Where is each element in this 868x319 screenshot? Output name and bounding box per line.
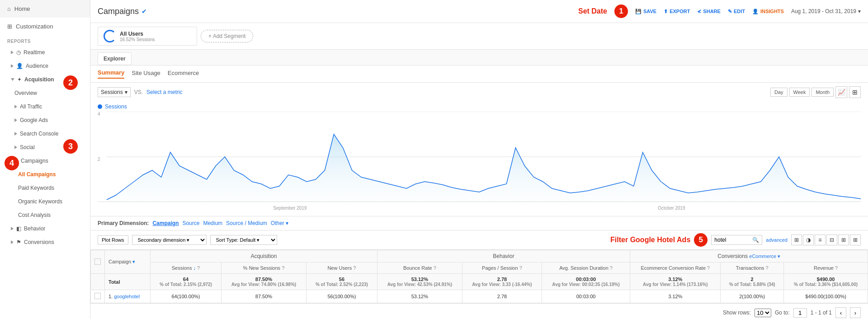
secondary-dimension-select[interactable]: Secondary dimension ▾	[132, 235, 207, 245]
total-new-sessions-sub: Avg for View: 74.80% (16.98%)	[225, 282, 303, 287]
sidebar-realtime-label: Realtime	[24, 49, 45, 56]
sidebar-all-traffic[interactable]: All Traffic	[0, 100, 90, 113]
compare-view-button[interactable]: ⊟	[826, 235, 837, 245]
segment-all-users[interactable]: All Users 16.52% Sessions	[98, 27, 197, 46]
sidebar-search-console[interactable]: Search Console	[0, 127, 90, 141]
row-checkbox[interactable]	[94, 293, 101, 299]
sidebar-audience[interactable]: 👤 Audience	[0, 59, 90, 73]
sort-type-select[interactable]: Sort Type: Default ▾	[210, 235, 277, 245]
explorer-tab[interactable]: Explorer	[98, 52, 132, 65]
new-users-info-icon: ?	[353, 265, 356, 271]
tab-ecommerce[interactable]: Ecommerce	[168, 70, 199, 78]
custom-view-button[interactable]: ⊞	[850, 235, 861, 245]
total-new-sessions-value: 87.50%	[225, 277, 303, 282]
date-range-picker[interactable]: Aug 1, 2019 - Oct 31, 2019 ▾	[791, 8, 861, 14]
select-metric-button[interactable]: Select a metric	[146, 89, 182, 95]
next-page-button[interactable]: ›	[850, 307, 861, 318]
day-view-button[interactable]: Day	[770, 88, 788, 97]
audience-expand-icon	[11, 64, 14, 68]
sidebar-realtime[interactable]: ◷ Realtime	[0, 46, 90, 59]
share-button[interactable]: ≮ SHARE	[697, 9, 721, 14]
sidebar-social-label: Social	[20, 144, 35, 150]
new-users-header[interactable]: New Users ?	[307, 263, 377, 274]
insights-label: INSIGHTS	[760, 9, 784, 14]
save-button[interactable]: 💾 SAVE	[635, 9, 656, 14]
add-segment-button[interactable]: + Add Segment	[201, 30, 253, 42]
ecommerce-select[interactable]: eCommerce ▾	[749, 253, 780, 259]
save-label: SAVE	[643, 9, 656, 14]
page-number-input[interactable]	[793, 308, 807, 318]
total-avg-value: 00:03:00	[546, 277, 627, 282]
select-all-checkbox[interactable]	[94, 258, 101, 265]
dimension-source-medium[interactable]: Source / Medium	[226, 220, 267, 226]
edit-button[interactable]: ✎ EDIT	[728, 9, 745, 14]
new-sessions-header[interactable]: % New Sessions ?	[221, 263, 307, 274]
sessions-col-label: Sessions	[172, 265, 192, 271]
grid-view-button[interactable]: ⊞	[791, 235, 802, 245]
explorer-tabs: Explorer	[90, 50, 868, 66]
avg-session-header[interactable]: Avg. Session Duration ?	[542, 263, 630, 274]
sessions-info-icon: ?	[197, 265, 200, 271]
row-checkbox-cell	[91, 290, 105, 303]
segment-name: All Users	[120, 31, 155, 37]
search-filter-input[interactable]	[714, 237, 750, 243]
week-view-button[interactable]: Week	[789, 88, 810, 97]
prev-page-button[interactable]: ‹	[835, 307, 846, 318]
sidebar-paid-keywords[interactable]: Paid Keywords	[0, 181, 90, 195]
sidebar-overview[interactable]: Overview	[0, 86, 90, 100]
sidebar-behavior[interactable]: ◧ Behavior	[0, 222, 90, 235]
search-filter[interactable]: 🔍	[711, 235, 762, 245]
new-sessions-info-icon: ?	[282, 265, 284, 271]
sessions-header[interactable]: Sessions ↓ ?	[151, 263, 221, 274]
row-pages-cell: 2.78	[462, 290, 542, 303]
insights-button[interactable]: 👤 INSIGHTS	[752, 9, 784, 14]
google-ads-icon	[14, 118, 17, 122]
tab-site-usage[interactable]: Site Usage	[132, 70, 160, 78]
pages-session-info-icon: ?	[519, 265, 522, 271]
transactions-header[interactable]: Transactions ?	[721, 263, 784, 274]
sidebar-customization[interactable]: ⊞ Customization	[0, 18, 90, 35]
line-chart-button[interactable]: 📈	[835, 86, 847, 98]
sessions-metric-select[interactable]: Sessions ▾	[98, 87, 131, 97]
revenue-header[interactable]: Revenue ?	[784, 263, 868, 274]
show-rows-select[interactable]: 10	[755, 309, 771, 317]
dimension-other[interactable]: Other ▾	[271, 220, 288, 226]
sidebar-conversions[interactable]: ⚑ Conversions	[0, 235, 90, 249]
dimension-campaign[interactable]: Campaign	[152, 220, 179, 226]
pie-chart-button[interactable]: ◑	[803, 235, 814, 245]
pages-session-header[interactable]: Pages / Session ?	[462, 263, 542, 274]
bounce-rate-header[interactable]: Bounce Rate ?	[377, 263, 462, 274]
sidebar-google-ads[interactable]: Google Ads	[0, 113, 90, 127]
chart-controls: Sessions ▾ VS. Select a metric Day Week …	[90, 83, 868, 102]
row-campaign-link[interactable]: googlehotel	[114, 294, 140, 299]
plot-rows-button[interactable]: Plot Rows	[98, 235, 128, 244]
ecomm-conv-header[interactable]: Ecommerce Conversion Rate ?	[630, 263, 721, 274]
performance-view-button[interactable]: ≡	[815, 235, 826, 245]
total-sessions-cell: 64 % of Total: 2.15% (2,972)	[151, 274, 221, 290]
pivot-view-button[interactable]: ⊞	[838, 235, 849, 245]
filter-bar: Plot Rows Secondary dimension ▾ Sort Typ…	[90, 230, 868, 250]
annotation-badge-5: 5	[694, 233, 708, 247]
reports-section-label: REPORTS	[0, 35, 90, 46]
topbar-actions: Set Date 1 💾 SAVE ⬆ EXPORT ≮ SHARE ✎ EDI…	[578, 5, 861, 18]
sidebar-home[interactable]: ⌂ Home	[0, 0, 90, 18]
sidebar-paid-keywords-label: Paid Keywords	[18, 185, 54, 191]
campaign-sort-icon[interactable]: ▾	[132, 259, 135, 264]
export-icon: ⬆	[664, 9, 668, 14]
total-bounce-cell: 53.12% Avg for View: 42.53% (24.91%)	[377, 274, 462, 290]
topbar: Campaigns ✔ Set Date 1 💾 SAVE ⬆ EXPORT ≮…	[90, 0, 868, 23]
total-revenue-sub: % of Total: 3.36% ($14,605.00)	[788, 282, 864, 287]
month-view-button[interactable]: Month	[811, 88, 834, 97]
table-row: 1. googlehotel 64(100.00%) 87.50% 56(100…	[91, 290, 868, 303]
row-new-users-cell: 56(100.00%)	[307, 290, 377, 303]
sidebar-organic-keywords[interactable]: Organic Keywords	[0, 195, 90, 208]
dimension-medium[interactable]: Medium	[203, 220, 222, 226]
tab-summary[interactable]: Summary	[98, 69, 124, 79]
advanced-filter-link[interactable]: advanced	[766, 237, 788, 243]
dimension-source[interactable]: Source	[182, 220, 199, 226]
export-button[interactable]: ⬆ EXPORT	[664, 9, 690, 14]
acquisition-group-header: Acquisition	[151, 250, 377, 263]
bar-chart-button[interactable]: ⊞	[849, 86, 861, 98]
sidebar-cost-analysis[interactable]: Cost Analysis	[0, 208, 90, 222]
campaigns-title: Campaigns	[98, 7, 139, 16]
